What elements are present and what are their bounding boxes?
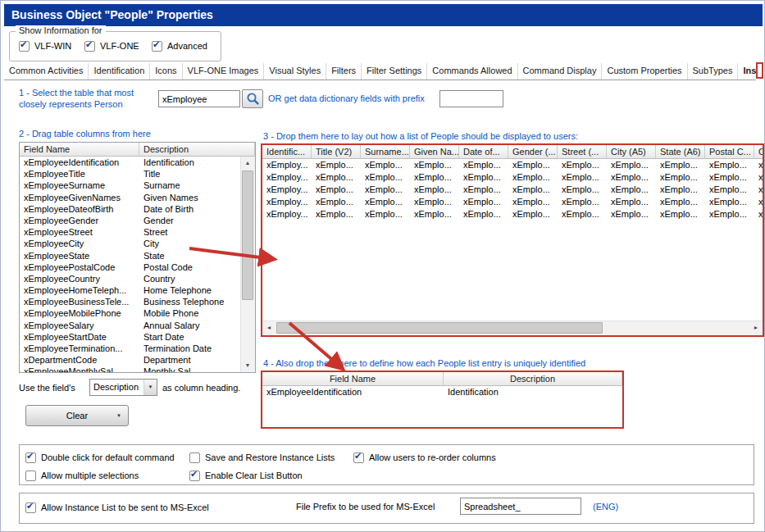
field-cell: Street (139, 226, 241, 238)
checkbox-box[interactable]: ✔ (25, 471, 36, 481)
identification-header-row[interactable]: Field NameDescription (262, 372, 622, 386)
or-prefix-label: OR get data dictionary fields with prefi… (268, 93, 425, 103)
field-cell: xEmployeeGender (20, 215, 139, 226)
scroll-right-icon[interactable]: ► (749, 321, 763, 334)
search-table-button[interactable] (242, 89, 263, 108)
checkbox-label: Double click for default command (41, 452, 175, 462)
list-layout-row[interactable]: xEmploy...xEmplo...xEmplo...xEmplo...xEm… (262, 196, 764, 208)
identification-table: Field NameDescription xEmployeeIdentific… (261, 371, 624, 429)
identification-row[interactable]: xEmployeeIdentificationIdentification (262, 386, 622, 398)
scrollbar-thumb[interactable] (242, 171, 253, 300)
field-row[interactable]: xEmployeeGenderGender (20, 215, 241, 226)
check-icon: ✔ (190, 469, 198, 480)
checkbox-advanced[interactable]: ✔ Advanced (152, 40, 207, 52)
field-row[interactable]: xEmployeeStartDateStart Date (20, 331, 241, 343)
checkbox-enable-clear-list[interactable]: ✔ Enable Clear List Button (189, 470, 303, 481)
list-layout-row[interactable]: xEmploy...xEmplo...xEmplo...xEmplo...xEm… (262, 171, 764, 184)
scroll-down-icon[interactable]: ▼ (241, 359, 254, 372)
step1-label: 1 - Select the table that most closely r… (19, 87, 160, 110)
checkbox-vlf-win[interactable]: ✔ VLF-WIN (19, 40, 71, 52)
step4-label: 4 - Also drop them here to define how ea… (263, 358, 585, 368)
field-row[interactable]: xEmployeeIdentificationIdentification (20, 157, 241, 168)
field-row[interactable]: xEmployeePostalCodePostal Code (20, 261, 241, 273)
field-row[interactable]: xEmployeeStreetStreet (20, 226, 241, 238)
field-row[interactable]: xEmployeeStateState (20, 250, 241, 261)
field-row[interactable]: xDepartmentCodeDepartment (20, 354, 241, 366)
field-row[interactable]: xEmployeeMonthlySal...Monthly Sal... (20, 366, 241, 372)
list-cell: xEmplo... (410, 159, 459, 171)
list-layout-header-row[interactable]: Identific...Title (V2)Surname...Given Na… (262, 145, 764, 159)
checkbox-box[interactable]: ✔ (189, 471, 200, 481)
tab-identification[interactable]: Identification (89, 63, 150, 80)
source-columns-header-row[interactable]: Field NameDescription (20, 143, 255, 157)
checkbox-box[interactable]: ✔ (19, 41, 30, 52)
field-row[interactable]: xEmployeeTermination...Termination Date (20, 343, 241, 354)
horizontal-scrollbar[interactable]: ◄ ► (262, 321, 763, 335)
field-row[interactable]: xEmployeeMobilePhoneMobile Phone (20, 307, 241, 319)
checkbox-box[interactable]: ✔ (353, 452, 364, 463)
checkbox-box[interactable]: ✔ (189, 452, 200, 463)
field-cell: Postal Code (139, 261, 241, 273)
scroll-left-icon[interactable]: ◄ (262, 321, 275, 334)
field-row[interactable]: xEmployeeGivenNamesGiven Names (20, 192, 241, 203)
step3-label: 3 - Drop them here to lay out how a list… (263, 131, 578, 141)
checkbox-vlf-one[interactable]: ✔ VLF-ONE (84, 40, 139, 52)
tab-filters[interactable]: Filters (326, 63, 362, 80)
tab-visual-styles[interactable]: Visual Styles (264, 63, 326, 80)
list-cell: xEmploy... (262, 171, 312, 184)
field-row[interactable]: xEmployeeSurnameSurname (20, 180, 241, 191)
dictionary-prefix-input[interactable] (439, 90, 503, 107)
list-cell: xEmplo... (459, 184, 508, 196)
clear-button[interactable]: Clear ▼ (25, 405, 129, 426)
list-layout-row[interactable]: xEmploy...xEmplo...xEmplo...xEmplo...xEm… (262, 184, 764, 196)
tab-subtypes[interactable]: SubTypes (688, 63, 739, 80)
header-cell: Gender (... (508, 145, 558, 159)
checkbox-label: Allow users to re-order columns (369, 452, 496, 462)
list-layout-row[interactable]: xEmploy...xEmplo...xEmplo...xEmplo...xEm… (262, 159, 764, 171)
checkbox-box[interactable]: ✔ (84, 41, 95, 52)
list-cell: xEmplo... (459, 196, 508, 208)
tab-common-activities[interactable]: Common Activities (4, 63, 89, 80)
tab-vlf-one-images[interactable]: VLF-ONE Images (183, 63, 265, 80)
scroll-up-icon[interactable]: ▲ (241, 157, 254, 170)
table-name-input[interactable] (158, 90, 240, 107)
checkbox-reorder-columns[interactable]: ✔ Allow users to re-order columns (353, 452, 496, 463)
tab-instance-list[interactable]: Instance List (738, 63, 756, 80)
list-cell: xEmplo... (361, 184, 410, 196)
checkbox-box[interactable]: ✔ (152, 41, 162, 52)
column-heading-dropdown[interactable]: Description ▼ (89, 379, 157, 396)
vertical-scrollbar[interactable]: ▲ ▼ (240, 157, 255, 372)
list-cell: xEmplo... (754, 184, 764, 196)
tab-filter-settings[interactable]: Filter Settings (362, 63, 427, 80)
checkbox-multiple-selections[interactable]: ✔ Allow multiple selections (25, 470, 139, 481)
file-prefix-input[interactable] (460, 498, 581, 515)
field-row[interactable]: xEmployeeTitleTitle (20, 168, 241, 180)
tab-commands-allowed[interactable]: Commands Allowed (427, 63, 517, 80)
language-link[interactable]: (ENG) (593, 502, 618, 512)
field-row[interactable]: xEmployeeHomeTeleph...Home Telephone (20, 284, 241, 296)
field-row[interactable]: xEmployeeCityCity (20, 238, 241, 249)
identification-cell: Identification (444, 386, 622, 398)
checkbox-double-click-default[interactable]: ✔ Double click for default command (25, 452, 175, 463)
scrollbar-thumb[interactable] (276, 322, 603, 334)
field-row[interactable]: xEmployeeDateofBirthDate of Birth (20, 203, 241, 215)
tab-custom-properties[interactable]: Custom Properties (602, 63, 687, 80)
tab-icons[interactable]: Icons (150, 63, 182, 80)
list-cell: xEmplo... (508, 196, 558, 208)
list-cell: xEmplo... (656, 171, 705, 184)
source-columns-table: Field NameDescription xEmployeeIdentific… (19, 142, 256, 373)
tab-command-display[interactable]: Command Display (518, 63, 603, 80)
field-row[interactable]: xEmployeeBusinessTele...Business Telepho… (20, 296, 241, 307)
header-cell: Field Name (20, 143, 139, 157)
field-cell: Start Date (139, 331, 241, 343)
list-layout-table: Identific...Title (V2)Surname...Given Na… (261, 143, 764, 337)
checkbox-box[interactable]: ✔ (25, 452, 36, 463)
list-layout-row[interactable]: xEmploy...xEmplo...xEmplo...xEmplo...xEm… (262, 208, 764, 221)
field-row[interactable]: xEmployeeSalaryAnnual Salary (20, 320, 241, 331)
checkbox-box[interactable]: ✔ (25, 502, 36, 513)
field-row[interactable]: xEmployeeCountryCountry (20, 273, 241, 284)
checkbox-save-restore-lists[interactable]: ✔ Save and Restore Instance Lists (189, 452, 335, 463)
checkbox-send-to-excel[interactable]: ✔ Allow Instance List to be sent to MS-E… (25, 502, 209, 513)
field-cell: xEmployeePostalCode (20, 261, 139, 273)
list-cell: xEmplo... (558, 159, 607, 171)
